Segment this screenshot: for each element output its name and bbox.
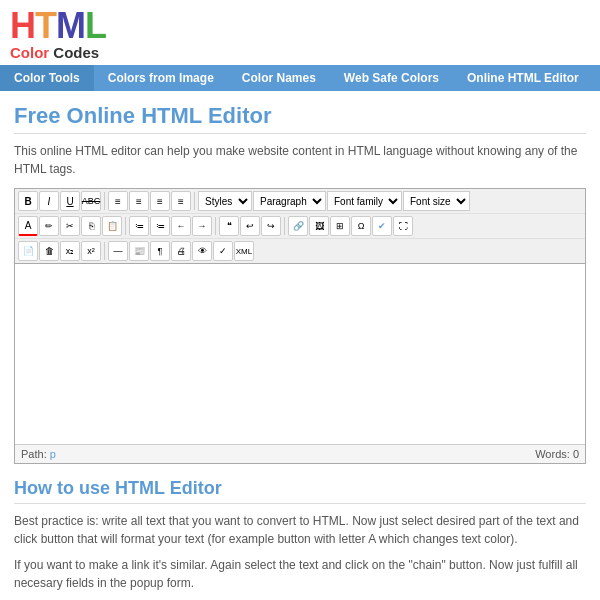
- toolbar-row3: 📄 🗑 x₂ x² — 📰 ¶ 🖨 👁 ✓ XML: [15, 238, 585, 263]
- align-justify-button[interactable]: ≡: [171, 191, 191, 211]
- how-to-para-2: If you want to make a link it's similar.…: [14, 556, 586, 592]
- styles-dropdown[interactable]: Styles: [198, 191, 252, 211]
- xml-button[interactable]: XML: [234, 241, 254, 261]
- undo-button[interactable]: ↩: [240, 216, 260, 236]
- ordered-list-button[interactable]: ≔: [150, 216, 170, 236]
- font-color-button[interactable]: A: [18, 216, 38, 236]
- nav-item-online-html-editor[interactable]: Online HTML Editor: [453, 65, 593, 91]
- toolbar-separator4: [215, 217, 216, 235]
- header: HTML Color Codes: [0, 0, 600, 65]
- template-button[interactable]: 📰: [129, 241, 149, 261]
- status-words: Words: 0: [535, 448, 579, 460]
- nav: Color Tools Colors from Image Color Name…: [0, 65, 600, 91]
- unordered-list-button[interactable]: ≔: [129, 216, 149, 236]
- align-right-button[interactable]: ≡: [150, 191, 170, 211]
- nav-item-colors-from-image[interactable]: Colors from Image: [94, 65, 228, 91]
- nav-item-color-tools[interactable]: Color Tools: [0, 65, 94, 91]
- bold-button[interactable]: B: [18, 191, 38, 211]
- font-family-dropdown[interactable]: Font family: [327, 191, 402, 211]
- image-button[interactable]: 🖼: [309, 216, 329, 236]
- print-button-tb[interactable]: 🖨: [171, 241, 191, 261]
- main-content: Free Online HTML Editor This online HTML…: [0, 91, 600, 600]
- strikethrough-button[interactable]: ABC: [81, 191, 101, 211]
- page-title: Free Online HTML Editor: [14, 103, 586, 134]
- blockquote-button[interactable]: ❝: [219, 216, 239, 236]
- how-to-title: How to use HTML Editor: [14, 478, 586, 504]
- paste-button[interactable]: 📋: [102, 216, 122, 236]
- align-left-button[interactable]: ≡: [108, 191, 128, 211]
- indent-button[interactable]: →: [192, 216, 212, 236]
- format-button[interactable]: 📄: [18, 241, 38, 261]
- highlight-button[interactable]: ✏: [39, 216, 59, 236]
- line-button[interactable]: —: [108, 241, 128, 261]
- toolbar-separator3: [125, 217, 126, 235]
- clear-format-button[interactable]: 🗑: [39, 241, 59, 261]
- how-to-para-1: Best practice is: write all text that yo…: [14, 512, 586, 548]
- underline-button[interactable]: U: [60, 191, 80, 211]
- logo-sub: Color Codes: [10, 44, 590, 61]
- how-to-section: How to use HTML Editor Best practice is:…: [14, 478, 586, 600]
- toolbar-separator: [104, 192, 105, 210]
- editor-area[interactable]: [15, 264, 585, 444]
- editor-toolbar: B I U ABC ≡ ≡ ≡ ≡ Styles Paragraph Font …: [15, 189, 585, 264]
- page-description: This online HTML editor can help you mak…: [14, 142, 586, 178]
- superscript-button[interactable]: x²: [81, 241, 101, 261]
- toolbar-separator6: [104, 242, 105, 260]
- logo-html: HTML: [10, 8, 590, 44]
- paragraph-btn2[interactable]: ¶: [150, 241, 170, 261]
- subscript-button[interactable]: x₂: [60, 241, 80, 261]
- toolbar-row2: A ✏ ✂ ⎘ 📋 ≔ ≔ ← → ❝ ↩ ↪ 🔗 🖼 ⊞ Ω ✔: [15, 213, 585, 238]
- preview-button[interactable]: 👁: [192, 241, 212, 261]
- font-size-dropdown[interactable]: Font size: [403, 191, 470, 211]
- toolbar-separator2: [194, 192, 195, 210]
- link-button[interactable]: 🔗: [288, 216, 308, 236]
- special-char-button[interactable]: Ω: [351, 216, 371, 236]
- copy-button[interactable]: ⎘: [81, 216, 101, 236]
- redo-button[interactable]: ↪: [261, 216, 281, 236]
- table-button[interactable]: ⊞: [330, 216, 350, 236]
- align-center-button[interactable]: ≡: [129, 191, 149, 211]
- status-path: Path: p: [21, 448, 56, 460]
- nav-item-color-names[interactable]: Color Names: [228, 65, 330, 91]
- cut-button[interactable]: ✂: [60, 216, 80, 236]
- spell-check-button[interactable]: ✓: [213, 241, 233, 261]
- nav-item-web-safe-colors[interactable]: Web Safe Colors: [330, 65, 453, 91]
- paragraph-dropdown[interactable]: Paragraph: [253, 191, 326, 211]
- nav-item-thebes[interactable]: TheBes: [593, 65, 600, 91]
- outdent-button[interactable]: ←: [171, 216, 191, 236]
- toolbar-row1: B I U ABC ≡ ≡ ≡ ≡ Styles Paragraph Font …: [15, 189, 585, 213]
- toolbar-separator5: [284, 217, 285, 235]
- editor-status-bar: Path: p Words: 0: [15, 444, 585, 463]
- html-source-button[interactable]: ✔: [372, 216, 392, 236]
- italic-button[interactable]: I: [39, 191, 59, 211]
- html-editor-container: B I U ABC ≡ ≡ ≡ ≡ Styles Paragraph Font …: [14, 188, 586, 464]
- fullscreen-button[interactable]: ⛶: [393, 216, 413, 236]
